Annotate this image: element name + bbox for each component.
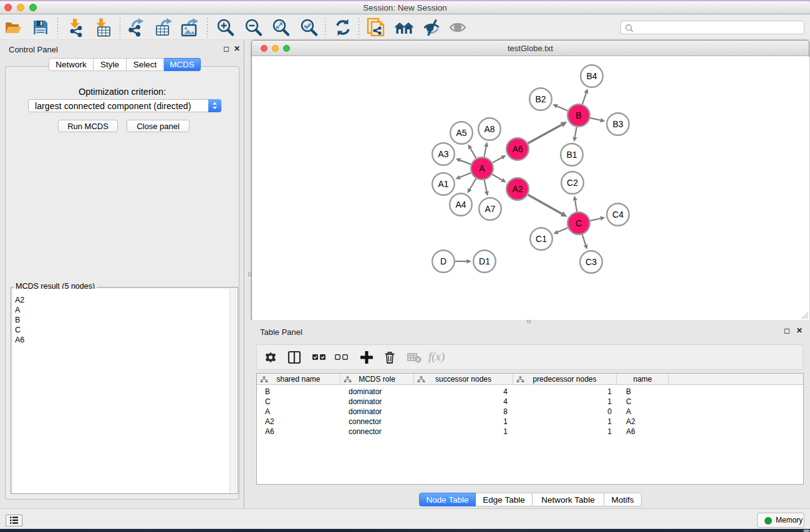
svg-text:A6: A6: [512, 144, 523, 154]
svg-text:A1: A1: [438, 179, 448, 189]
svg-text:A4: A4: [455, 200, 466, 210]
svg-text:B3: B3: [612, 119, 623, 129]
svg-text:B4: B4: [586, 71, 597, 81]
svg-text:D1: D1: [479, 256, 490, 266]
svg-text:C3: C3: [586, 257, 597, 267]
svg-text:C4: C4: [612, 210, 624, 220]
svg-text:A7: A7: [485, 204, 495, 214]
svg-text:C: C: [576, 218, 582, 228]
svg-text:A2: A2: [512, 184, 523, 194]
svg-text:B1: B1: [566, 150, 577, 160]
svg-text:C2: C2: [567, 178, 578, 188]
svg-text:B2: B2: [535, 94, 546, 104]
svg-text:A8: A8: [484, 124, 494, 134]
svg-text:C1: C1: [536, 234, 547, 244]
svg-text:B: B: [576, 110, 581, 120]
svg-text:A3: A3: [438, 149, 448, 159]
svg-text:D: D: [440, 256, 446, 266]
svg-text:A: A: [479, 163, 485, 173]
svg-text:A5: A5: [456, 128, 466, 138]
